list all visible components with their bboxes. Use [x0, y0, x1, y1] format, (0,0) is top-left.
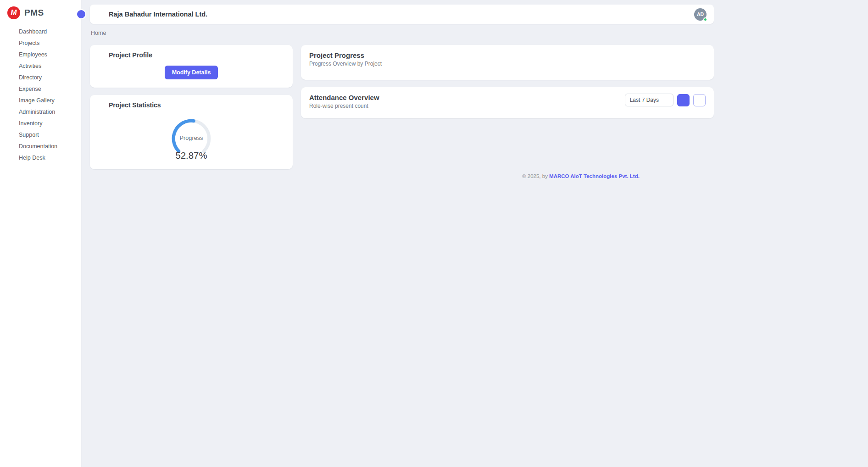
- sidebar-item-dashboard[interactable]: Dashboard: [0, 26, 81, 37]
- folder-icon: [7, 39, 14, 46]
- sidebar-collapse-button[interactable]: [76, 9, 86, 19]
- chart-line-icon: [98, 102, 105, 109]
- sidebar-item-label: Expense: [19, 86, 74, 92]
- footer-text: © 2025, by: [522, 173, 549, 179]
- project-progress-card: Project Progress Progress Overview by Pr…: [301, 45, 714, 80]
- sidebar-item-employees[interactable]: Employees: [0, 49, 81, 60]
- gauge-label: Progress: [180, 134, 203, 141]
- sidebar-item-label: Projects: [19, 40, 74, 46]
- bar-chart-icon: [680, 97, 687, 104]
- project-profile-card: Project Profile Modify Details: [90, 45, 293, 88]
- project-progress-subtitle: Progress Overview by Project: [309, 61, 706, 67]
- sidebar-item-help-desk[interactable]: Help Desk: [0, 152, 81, 163]
- grid-icon: [7, 28, 14, 35]
- breadcrumb-item-home[interactable]: Home: [91, 30, 106, 36]
- building-icon: [97, 11, 105, 18]
- progress-gauge: Progress 52.87%: [98, 113, 284, 161]
- sidebar-item-label: Activities: [19, 63, 64, 69]
- sidebar-item-label: Employees: [19, 51, 74, 58]
- attendance-overview-card: Attendance Overview Role-wise present co…: [301, 87, 714, 118]
- sidebar-item-label: Image Gallery: [19, 97, 74, 104]
- project-statistics-card: Project Statistics Progress 52.87%: [90, 95, 293, 169]
- avatar[interactable]: AD: [694, 8, 707, 21]
- online-status-dot: [703, 17, 707, 22]
- table-view-button[interactable]: [693, 94, 706, 106]
- sidebar-item-inventory[interactable]: Inventory: [0, 117, 81, 129]
- company-selector[interactable]: Raja Bahadur International Ltd.: [97, 11, 217, 18]
- project-progress-title: Project Progress: [309, 51, 706, 59]
- card-title-text: Project Statistics: [109, 101, 161, 109]
- bar-chart-view-button[interactable]: [677, 94, 690, 106]
- card-title-text: Project Profile: [109, 51, 152, 59]
- app-root: M PMS DashboardProjectsEmployeesActiviti…: [0, 0, 868, 467]
- question-icon: [7, 154, 14, 161]
- logo-text: PMS: [24, 8, 44, 18]
- chevron-left-icon: [79, 12, 84, 17]
- receipt-icon: [7, 85, 14, 92]
- progress-gauge-svg: Progress 52.87%: [163, 113, 220, 161]
- sidebar-item-label: Help Desk: [19, 155, 74, 161]
- lifebuoy-icon: [7, 131, 14, 138]
- topbar: Raja Bahadur International Ltd. AD: [90, 5, 714, 24]
- main-area: Raja Bahadur International Ltd. AD Home: [82, 0, 868, 467]
- logo[interactable]: M PMS: [0, 0, 81, 26]
- doc-icon: [7, 143, 14, 150]
- apps-grid-icon[interactable]: [679, 10, 687, 18]
- sidebar-item-expense[interactable]: Expense: [0, 83, 81, 95]
- footer-link[interactable]: MARCO AIoT Technologies Pvt. Ltd.: [549, 173, 640, 179]
- sidebar-nav: DashboardProjectsEmployeesActivitiesDire…: [0, 26, 81, 163]
- sidebar-item-directory[interactable]: Directory: [0, 72, 81, 83]
- bookmark-icon: [98, 52, 105, 59]
- image-icon: [7, 97, 14, 104]
- table-icon: [696, 97, 703, 104]
- avatar-initials: AD: [697, 11, 704, 17]
- gauge-value: 52.87%: [175, 150, 207, 161]
- project-profile-title: Project Profile: [98, 51, 284, 59]
- date-range-select[interactable]: Last 7 Days: [625, 94, 673, 106]
- sidebar-item-label: Support: [19, 132, 74, 138]
- sidebar-item-label: Dashboard: [19, 28, 74, 35]
- sidebar-item-activities[interactable]: Activities: [0, 60, 81, 72]
- chevron-right-icon: [69, 109, 74, 114]
- date-range-value: Last 7 Days: [630, 97, 659, 103]
- sidebar-item-support[interactable]: Support: [0, 129, 81, 140]
- box-icon: [7, 120, 14, 127]
- attendance-title: Attendance Overview: [309, 94, 379, 101]
- modify-details-button[interactable]: Modify Details: [165, 66, 218, 79]
- people-icon: [7, 51, 14, 58]
- company-name: Raja Bahadur International Ltd.: [109, 11, 207, 18]
- chevron-down-icon: [663, 98, 668, 103]
- list-icon: [7, 62, 14, 69]
- admin-icon: [7, 108, 14, 115]
- project-statistics-title: Project Statistics: [98, 101, 284, 109]
- chevron-down-icon: [211, 11, 217, 17]
- idcard-icon: [7, 74, 14, 81]
- sidebar-item-label: Administration: [19, 109, 64, 115]
- sidebar-item-label: Documentation: [19, 143, 74, 150]
- logo-icon: M: [7, 6, 20, 19]
- chevron-right-icon: [69, 63, 74, 68]
- breadcrumb: Home: [91, 30, 713, 36]
- sidebar-item-projects[interactable]: Projects: [0, 37, 81, 49]
- sidebar-item-administration[interactable]: Administration: [0, 106, 81, 117]
- sidebar-item-image-gallery[interactable]: Image Gallery: [0, 95, 81, 106]
- sidebar-item-label: Inventory: [19, 120, 74, 127]
- footer: © 2025, by MARCO AIoT Technologies Pvt. …: [90, 173, 714, 179]
- attendance-subtitle: Role-wise present count: [309, 103, 379, 109]
- sidebar: M PMS DashboardProjectsEmployeesActiviti…: [0, 0, 82, 467]
- sidebar-item-documentation[interactable]: Documentation: [0, 140, 81, 152]
- sidebar-item-label: Directory: [19, 74, 74, 81]
